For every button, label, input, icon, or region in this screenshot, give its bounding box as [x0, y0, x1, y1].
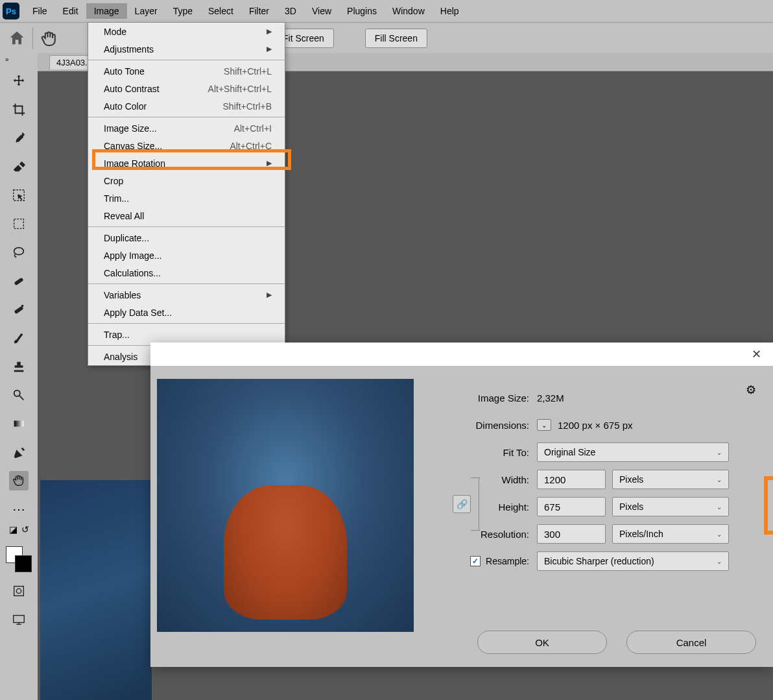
brush-tool[interactable] — [9, 328, 29, 348]
toolbar: » ⋯ ◪↺ — [0, 53, 38, 700]
menu-item-calculations[interactable]: Calculations... — [88, 264, 285, 282]
image-size-dialog: ✕ ⚙ Image Size: 2,32M Dimensions: ⌄ 1200… — [150, 343, 773, 667]
menu-item-reveal-all[interactable]: Reveal All — [88, 207, 285, 224]
menu-type[interactable]: Type — [165, 3, 200, 19]
menu-item-image-rotation[interactable]: Image Rotation▶ — [88, 154, 285, 172]
pen-tool[interactable] — [9, 442, 29, 462]
height-label: Height: — [427, 501, 537, 513]
svg-rect-1 — [14, 219, 24, 229]
svg-rect-8 — [14, 586, 24, 596]
svg-rect-3 — [14, 277, 23, 285]
dialog-header: ✕ — [150, 343, 773, 366]
clone-stamp-tool[interactable] — [9, 300, 29, 319]
menu-layer[interactable]: Layer — [127, 3, 165, 19]
menu-item-trim[interactable]: Trim... — [88, 189, 285, 207]
ps-logo: Ps — [3, 3, 19, 19]
menu-select[interactable]: Select — [200, 3, 241, 19]
fit-to-label: Fit To: — [427, 447, 537, 458]
eraser-tool[interactable] — [9, 157, 29, 176]
object-select-tool[interactable] — [9, 186, 29, 205]
fit-to-select[interactable]: Original Size⌄ — [537, 442, 729, 462]
menu-help[interactable]: Help — [433, 3, 467, 19]
height-unit-select[interactable]: Pixels⌄ — [612, 497, 729, 516]
hand-tool[interactable] — [9, 471, 29, 490]
menu-3d[interactable]: 3D — [277, 3, 304, 19]
gradient-tool[interactable] — [9, 414, 29, 433]
menu-item-duplicate[interactable]: Duplicate... — [88, 229, 285, 247]
menu-item-trap[interactable]: Trap... — [88, 326, 285, 343]
menu-item-image-size[interactable]: Image Size...Alt+Ctrl+I — [88, 119, 285, 137]
marquee-tool[interactable] — [9, 214, 29, 234]
gear-icon[interactable]: ⚙ — [746, 383, 756, 397]
menu-view[interactable]: View — [304, 3, 339, 19]
menu-item-apply-image[interactable]: Apply Image... — [88, 247, 285, 264]
controls-pane: ⚙ Image Size: 2,32M Dimensions: ⌄ 1200 p… — [420, 366, 773, 667]
resample-label: Resample: — [486, 556, 529, 566]
menubar: Ps File Edit Image Layer Type Select Fil… — [0, 0, 773, 22]
canvas-image — [40, 480, 152, 700]
width-label: Width: — [427, 474, 537, 485]
dimensions-label: Dimensions: — [427, 420, 537, 431]
menu-item-auto-tone[interactable]: Auto ToneShift+Ctrl+L — [88, 62, 285, 80]
svg-point-2 — [14, 248, 24, 255]
hand-tool-icon[interactable] — [40, 29, 59, 47]
menu-item-canvas-size[interactable]: Canvas Size...Alt+Ctrl+C — [88, 137, 285, 154]
color-swatches[interactable] — [6, 546, 32, 572]
menu-edit[interactable]: Edit — [55, 3, 86, 19]
stamp-tool[interactable] — [9, 357, 29, 376]
menu-item-crop[interactable]: Crop — [88, 172, 285, 189]
menu-item-auto-contrast[interactable]: Auto ContrastAlt+Shift+Ctrl+L — [88, 80, 285, 97]
resolution-unit-select[interactable]: Pixels/Inch⌄ — [612, 524, 729, 544]
crop-tool[interactable] — [9, 100, 29, 119]
close-icon[interactable]: ✕ — [752, 347, 761, 361]
screenmode-tool[interactable] — [9, 610, 29, 629]
ok-button[interactable]: OK — [477, 631, 607, 654]
resolution-input[interactable]: 300 — [537, 524, 606, 544]
preview-image — [157, 379, 414, 632]
eyedropper-tool[interactable] — [9, 128, 29, 148]
menu-plugins[interactable]: Plugins — [339, 3, 385, 19]
cancel-button[interactable]: Cancel — [626, 631, 756, 654]
home-icon[interactable] — [8, 29, 26, 47]
dodge-tool[interactable] — [9, 385, 29, 405]
healing-brush-tool[interactable] — [9, 271, 29, 291]
svg-point-5 — [21, 305, 24, 308]
menu-item-adjustments[interactable]: Adjustments▶ — [88, 40, 285, 58]
svg-rect-4 — [14, 306, 23, 314]
height-input[interactable]: 675 — [537, 497, 606, 516]
link-icon[interactable]: 🔗 — [453, 495, 471, 513]
svg-rect-10 — [14, 616, 25, 623]
more-tools[interactable]: ⋯ — [9, 500, 29, 519]
constrain-link[interactable]: 🔗 — [453, 477, 472, 531]
quickmask-tool[interactable] — [9, 581, 29, 601]
svg-point-9 — [16, 588, 21, 593]
highlight-width-height — [764, 476, 773, 535]
menu-window[interactable]: Window — [385, 3, 433, 19]
width-unit-select[interactable]: Pixels⌄ — [612, 470, 729, 489]
lasso-tool[interactable] — [9, 243, 29, 262]
resample-select[interactable]: Bicubic Sharper (reduction)⌄ — [537, 551, 729, 571]
image-size-label: Image Size: — [427, 392, 537, 404]
swatch-reset[interactable]: ◪↺ — [9, 524, 29, 535]
fill-screen-button[interactable]: Fill Screen — [365, 29, 427, 48]
image-size-value: 2,32M — [537, 392, 564, 404]
menu-file[interactable]: File — [25, 3, 55, 19]
toolbar-expand[interactable]: » — [5, 56, 9, 63]
dimensions-toggle[interactable]: ⌄ — [537, 419, 551, 431]
resample-checkbox[interactable]: ✓ — [470, 556, 481, 566]
svg-rect-7 — [14, 420, 24, 426]
menu-item-apply-data-set[interactable]: Apply Data Set... — [88, 304, 285, 321]
resolution-label: Resolution: — [427, 529, 537, 540]
preview-pane — [150, 366, 420, 667]
menu-item-variables[interactable]: Variables▶ — [88, 286, 285, 304]
move-tool[interactable] — [9, 71, 29, 91]
svg-point-6 — [14, 391, 20, 396]
width-input[interactable]: 1200 — [537, 470, 606, 489]
dimensions-value: 1200 px × 675 px — [558, 420, 633, 431]
image-menu-dropdown: Mode▶Adjustments▶Auto ToneShift+Ctrl+LAu… — [88, 22, 285, 366]
menu-image[interactable]: Image — [86, 3, 127, 19]
menu-item-mode[interactable]: Mode▶ — [88, 23, 285, 40]
menu-item-auto-color[interactable]: Auto ColorShift+Ctrl+B — [88, 97, 285, 115]
menu-filter[interactable]: Filter — [241, 3, 277, 19]
